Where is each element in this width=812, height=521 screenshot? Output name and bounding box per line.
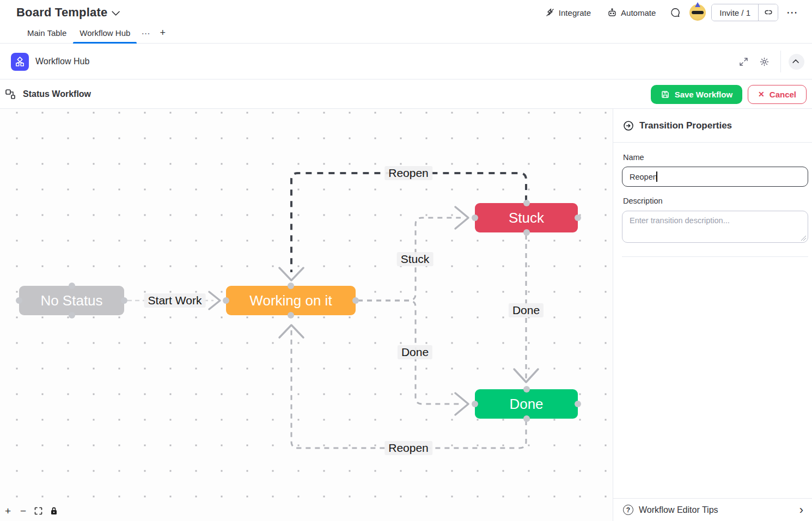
invite-button[interactable]: Invite / 1 [712, 4, 758, 21]
edge-label-start-work[interactable]: Start Work [144, 293, 206, 308]
node-handle[interactable] [523, 386, 530, 393]
node-handle[interactable] [472, 401, 478, 407]
node-handle[interactable] [16, 297, 22, 304]
fit-view-button[interactable] [33, 505, 44, 517]
chevron-down-icon [112, 7, 120, 16]
tab-workflow-hub-label: Workflow Hub [80, 28, 130, 38]
panel-header: Transition Properties [613, 109, 812, 143]
user-avatar[interactable] [689, 4, 706, 21]
save-workflow-button[interactable]: Save Workflow [651, 85, 742, 104]
tab-bar: Main Table Workflow Hub ⋯ + [0, 25, 812, 44]
node-handle[interactable] [523, 200, 530, 206]
main-area: No Status Working on it Stuck [0, 109, 812, 521]
node-handle[interactable] [575, 214, 581, 221]
plus-icon: + [160, 27, 166, 38]
transition-name-input[interactable] [622, 167, 808, 187]
zoom-in-icon: + [5, 505, 11, 517]
node-stuck[interactable]: Stuck [475, 203, 578, 232]
name-field-wrap [622, 167, 808, 187]
fullscreen-button[interactable] [735, 53, 752, 70]
divider [780, 51, 781, 72]
add-view-button[interactable]: + [154, 26, 171, 43]
canvas-controls: + − [2, 505, 59, 517]
zoom-out-button[interactable]: − [17, 505, 29, 517]
zoom-in-button[interactable]: + [2, 505, 14, 517]
invite-group: Invite / 1 [711, 4, 778, 21]
workflow-editor-tips[interactable]: ? Workflow Editor Tips › [613, 498, 812, 521]
workflow-canvas[interactable]: No Status Working on it Stuck [0, 109, 613, 521]
save-icon [661, 90, 670, 99]
transition-icon [623, 120, 634, 131]
top-header: Board Template Integrate Au [0, 0, 812, 25]
close-icon: ✕ [758, 90, 765, 99]
node-handle[interactable] [352, 297, 359, 304]
edge-label-reopen-top[interactable]: Reopen [384, 166, 432, 180]
board-title-label: Board Template [16, 5, 107, 20]
node-handle[interactable] [288, 312, 294, 318]
tab-ellipsis-icon: ⋯ [141, 29, 150, 38]
edge-label-stuck[interactable]: Stuck [397, 252, 434, 266]
node-stuck-label: Stuck [509, 210, 544, 226]
workflow-icon [4, 88, 16, 100]
section-divider [622, 256, 808, 257]
copy-link-button[interactable] [758, 4, 778, 21]
workflow-editor-app: Board Template Integrate Au [0, 0, 812, 521]
node-handle[interactable] [223, 297, 229, 304]
node-handle[interactable] [69, 312, 75, 318]
avatar-hat [695, 2, 700, 7]
lock-button[interactable] [48, 505, 59, 517]
avatar-glasses [692, 11, 704, 14]
tips-label: Workflow Editor Tips [639, 505, 718, 515]
workflow-title: Status Workflow [23, 89, 91, 99]
invite-label: Invite / 1 [719, 8, 750, 17]
tab-main-table[interactable]: Main Table [21, 25, 73, 43]
chat-button[interactable] [667, 4, 684, 21]
node-working-on-it-label: Working on it [249, 292, 332, 309]
tab-workflow-hub[interactable]: Workflow Hub [73, 25, 137, 43]
tab-main-table-label: Main Table [27, 28, 66, 38]
description-label: Description [623, 197, 663, 205]
collapse-widget-button[interactable] [789, 54, 804, 70]
node-handle[interactable] [472, 214, 478, 221]
integrate-label: Integrate [559, 8, 591, 17]
node-done[interactable]: Done [475, 389, 578, 419]
widget-actions [735, 51, 804, 72]
edge-label-reopen-bottom[interactable]: Reopen [384, 441, 432, 455]
node-handle[interactable] [288, 283, 294, 289]
widget-settings-button[interactable] [755, 53, 773, 70]
lock-icon [50, 507, 58, 515]
node-no-status[interactable]: No Status [19, 286, 124, 315]
name-label: Name [623, 153, 644, 162]
node-handle[interactable] [69, 283, 75, 289]
chevron-up-icon [792, 59, 799, 66]
save-workflow-label: Save Workflow [675, 90, 732, 99]
node-handle[interactable] [523, 229, 530, 236]
node-handle[interactable] [575, 401, 581, 407]
node-handle[interactable] [523, 415, 530, 422]
fit-view-icon [34, 507, 42, 515]
automate-button[interactable]: Automate [602, 4, 661, 21]
toolbar-actions: Save Workflow ✕ Cancel [651, 85, 807, 104]
workflow-toolbar: Status Workflow Save Workflow ✕ Cancel [0, 80, 812, 109]
cancel-label: Cancel [770, 90, 796, 99]
board-menu-button[interactable]: ⋯ [784, 4, 801, 21]
panel-title: Transition Properties [639, 120, 732, 131]
integrate-icon [545, 8, 555, 17]
node-working-on-it[interactable]: Working on it [226, 286, 356, 315]
node-done-label: Done [509, 396, 543, 413]
transition-description-textarea[interactable] [622, 211, 808, 243]
node-no-status-label: No Status [40, 292, 102, 309]
question-icon: ? [623, 505, 633, 515]
tab-options-button[interactable]: ⋯ [137, 26, 154, 43]
board-title[interactable]: Board Template [16, 5, 118, 20]
question-glyph: ? [626, 506, 630, 514]
integrate-button[interactable]: Integrate [540, 4, 596, 21]
cancel-button[interactable]: ✕ Cancel [748, 85, 807, 104]
zoom-out-icon: − [20, 505, 26, 517]
node-handle[interactable] [121, 297, 127, 304]
edge-label-done-vertical[interactable]: Done [509, 303, 544, 317]
header-actions: Integrate Automate [540, 4, 801, 21]
edge-label-done-horizontal[interactable]: Done [398, 345, 432, 359]
text-cursor [656, 171, 657, 182]
ellipsis-icon: ⋯ [786, 6, 798, 19]
